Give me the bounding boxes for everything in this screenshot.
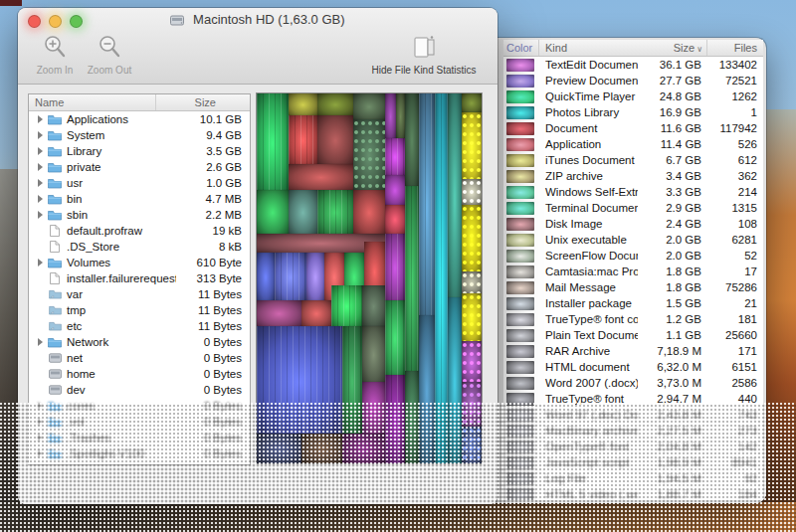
- stats-row[interactable]: Plain Text Document1.1 GB25660: [503, 327, 763, 343]
- hide-file-kind-statistics-button[interactable]: Hide File Kind Statistics: [358, 34, 490, 76]
- stats-row[interactable]: ScreenFlow Documen2.0 GB52: [503, 248, 763, 264]
- disclosure-triangle-icon[interactable]: [34, 195, 47, 203]
- stats-row[interactable]: TrueType® font collect1.2 GB181: [503, 311, 763, 327]
- treemap-block[interactable]: [317, 115, 353, 163]
- disclosure-triangle-icon[interactable]: [34, 449, 47, 457]
- tree-row[interactable]: cores0 Bytes: [29, 398, 250, 414]
- treemap-block[interactable]: [257, 300, 301, 326]
- disclosure-triangle-icon[interactable]: [34, 259, 47, 266]
- tree-row[interactable]: Volumes610 Byte: [29, 255, 250, 270]
- treemap-block[interactable]: [257, 93, 289, 190]
- tree-row[interactable]: .vol0 Bytes: [29, 414, 250, 430]
- stats-row[interactable]: Windows Self-Extracti3.3 GB214: [503, 184, 763, 200]
- treemap-block[interactable]: [342, 434, 385, 463]
- treemap-block[interactable]: [385, 300, 405, 374]
- stats-row[interactable]: Preview Document27.7 GB72521: [503, 73, 763, 89]
- tree-row[interactable]: default.profraw19 kB: [29, 223, 250, 239]
- treemap-block[interactable]: [462, 341, 482, 382]
- treemap-visualization[interactable]: [256, 92, 483, 464]
- tree-column-header-name[interactable]: Name: [29, 96, 155, 108]
- stats-row[interactable]: MacBinary archive2,27.5 M273: [503, 423, 763, 439]
- tree-row[interactable]: private2.6 GB: [29, 159, 250, 175]
- treemap-block[interactable]: [385, 375, 405, 463]
- stats-row[interactable]: TrueType® font2,94.7 M440: [503, 391, 763, 407]
- column-header-color[interactable]: Color: [503, 40, 539, 56]
- column-header-files[interactable]: Files: [707, 40, 763, 56]
- treemap-block[interactable]: [362, 326, 385, 382]
- treemap-block[interactable]: [462, 112, 482, 179]
- treemap-block[interactable]: [301, 300, 330, 326]
- treemap-block[interactable]: [342, 326, 362, 434]
- tree-row[interactable]: tmp11 Bytes: [29, 302, 250, 318]
- treemap-block[interactable]: [306, 253, 324, 300]
- disclosure-triangle-icon[interactable]: [34, 211, 47, 219]
- disclosure-triangle-icon[interactable]: [34, 402, 47, 410]
- treemap-block[interactable]: [257, 434, 301, 463]
- stats-row[interactable]: Photos Library16.9 GB1: [503, 104, 763, 120]
- treemap-block[interactable]: [385, 175, 405, 205]
- stats-row[interactable]: ZIP archive3.4 GB362: [503, 168, 763, 184]
- disclosure-triangle-icon[interactable]: [34, 163, 47, 171]
- treemap-block[interactable]: [462, 427, 482, 463]
- treemap-block[interactable]: [289, 115, 317, 163]
- stats-row[interactable]: iTunes Document6.7 GB612: [503, 152, 763, 168]
- disclosure-triangle-icon[interactable]: [34, 115, 47, 123]
- treemap-block[interactable]: [396, 93, 405, 138]
- treemap-block[interactable]: [289, 190, 317, 235]
- treemap-block[interactable]: [301, 434, 342, 463]
- treemap-block[interactable]: [405, 186, 419, 371]
- treemap-block[interactable]: [385, 138, 405, 175]
- stats-row[interactable]: Word 2007 (.docx) Dc3,73.0 M2586: [503, 375, 763, 391]
- stats-row[interactable]: Disk Image2.4 GB108: [503, 216, 763, 232]
- tree-row[interactable]: dev0 Bytes: [29, 382, 250, 398]
- stats-row[interactable]: OpenType® font2,04.8 M142: [503, 439, 763, 454]
- disclosure-triangle-icon[interactable]: [34, 418, 47, 426]
- tree-row[interactable]: home0 Bytes: [29, 366, 250, 382]
- treemap-block[interactable]: [362, 382, 385, 434]
- stats-row[interactable]: TextEdit Document36.1 GB133402: [503, 57, 763, 73]
- stats-row[interactable]: RAR Archive7,18.9 M171: [503, 343, 763, 359]
- treemap-block[interactable]: [385, 234, 405, 300]
- treemap-block[interactable]: [289, 164, 354, 190]
- treemap-block[interactable]: [362, 285, 385, 326]
- zoom-out-button[interactable]: Zoom Out: [84, 34, 135, 76]
- tree-column-header-size[interactable]: Size: [155, 94, 250, 110]
- tree-row[interactable]: var11 Bytes: [29, 286, 250, 302]
- stats-row[interactable]: Document11.6 GB117942: [503, 120, 763, 136]
- stats-row[interactable]: QuickTime Player Doc24.8 GB1262: [503, 89, 763, 104]
- stats-row[interactable]: HTML 5 video (.webm)1,88.7 M184: [503, 486, 763, 500]
- tree-row[interactable]: .Spotlight-V1000 Bytes: [29, 445, 250, 461]
- zoom-in-button[interactable]: Zoom In: [32, 34, 78, 76]
- tree-row[interactable]: System9.4 GB: [29, 127, 250, 143]
- stats-row[interactable]: Mail Message1.8 GB75286: [503, 279, 763, 295]
- treemap-block[interactable]: [353, 190, 385, 235]
- disclosure-triangle-icon[interactable]: [34, 147, 47, 155]
- tree-row[interactable]: .Trashes0 Bytes: [29, 430, 250, 445]
- treemap-block[interactable]: [462, 93, 482, 112]
- tree-row[interactable]: Library3.5 GB: [29, 143, 250, 159]
- stats-row[interactable]: Terminal Document2.9 GB1315: [503, 200, 763, 216]
- treemap-block[interactable]: [275, 253, 306, 300]
- treemap-block[interactable]: [385, 93, 396, 138]
- treemap-block[interactable]: [462, 179, 482, 205]
- titlebar[interactable]: Macintosh HD (1,63.0 GB): [18, 8, 498, 30]
- treemap-block[interactable]: [257, 253, 275, 300]
- disclosure-triangle-icon[interactable]: [34, 338, 47, 346]
- stats-row[interactable]: Word 97 (.doc) Docum2,43.8 M743: [503, 407, 763, 423]
- treemap-block[interactable]: [462, 205, 482, 271]
- stats-row[interactable]: Camtasia:mac Project1.8 GB17: [503, 264, 763, 279]
- treemap-block[interactable]: [405, 93, 419, 186]
- tree-row[interactable]: .DS_Store8 kB: [29, 239, 250, 255]
- treemap-block[interactable]: [435, 93, 449, 463]
- stats-row[interactable]: Unix executable2.0 GB6281: [503, 232, 763, 248]
- treemap-block[interactable]: [419, 315, 435, 463]
- treemap-block[interactable]: [331, 285, 363, 326]
- stats-row[interactable]: Application11.4 GB526: [503, 136, 763, 152]
- disclosure-triangle-icon[interactable]: [34, 434, 47, 442]
- treemap-block[interactable]: [405, 371, 419, 463]
- stats-row[interactable]: Log File1,94.5 M92: [503, 470, 763, 486]
- tree-row[interactable]: sbin2.2 MB: [29, 207, 250, 223]
- treemap-block[interactable]: [289, 93, 317, 115]
- column-header-size[interactable]: Size∨: [644, 40, 707, 56]
- treemap-block[interactable]: [462, 293, 482, 341]
